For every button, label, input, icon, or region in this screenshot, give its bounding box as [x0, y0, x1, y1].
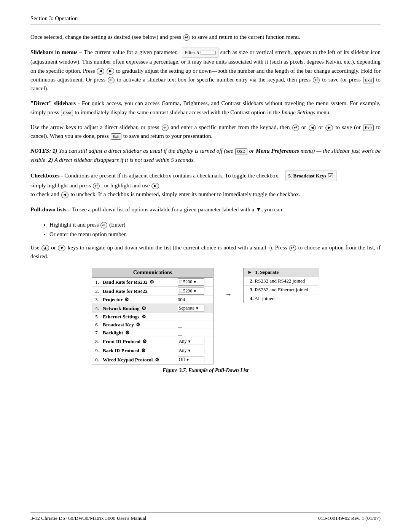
submenu-num: 3.: [250, 287, 254, 292]
figure-caption-text: Figure 3.7. Example of Pull-Down List: [162, 367, 249, 373]
arrow-text2: and enter a specific number from the key…: [171, 124, 292, 130]
submenu-num: 1.: [255, 269, 259, 275]
filter-box: Filter 5: [182, 48, 218, 58]
enter-icon5: ↵: [292, 125, 299, 131]
right-arrow-icon2: ►: [325, 125, 333, 131]
row-value: Any ▼: [175, 346, 213, 355]
table-row: 9. Back IR Protocol ⚙ Any ▼: [92, 346, 213, 355]
row-value: Separate ▼: [175, 304, 213, 313]
table-row: 6. Broadcast Key ⚙: [92, 321, 213, 329]
figure-caption: Figure 3.7. Example of Pull-Down List: [30, 367, 381, 374]
arrow-text1: Use the arrow keys to adjust a direct sl…: [30, 124, 161, 130]
intro-text: Once selected, change the setting as des…: [30, 34, 181, 40]
row-num: 9.: [92, 346, 100, 355]
row-value: [175, 321, 213, 329]
enter-icon3: ↵: [313, 77, 320, 84]
submenu-row-selected: ► 1. Separate: [244, 268, 319, 277]
comm-select[interactable]: 115200 ▼: [178, 288, 204, 295]
submenu-cell: ► 1. Separate: [244, 268, 319, 277]
row-num: 6.: [92, 321, 100, 329]
gear-icon: ⚙: [142, 339, 147, 344]
table-row: 3. Projector ⚙ 004: [92, 296, 213, 304]
broadcast-keys-label: 5. Broadcast Keys: [288, 172, 327, 180]
filter-bar: [201, 51, 216, 54]
gear-icon: ⚙: [136, 322, 140, 328]
comm-select[interactable]: Off ▼: [178, 356, 204, 363]
navigate-text1: Use: [30, 244, 41, 251]
filter-value: 5: [196, 49, 199, 56]
arrow-text7: to save and return to your presentation.: [123, 133, 213, 139]
checkboxes-text3: , or highlight and use: [101, 182, 151, 189]
arrow-text5: to save (or: [335, 124, 362, 130]
row-value: 115200 ▼: [175, 287, 213, 296]
comm-select[interactable]: 115200 ▼: [178, 278, 204, 286]
dropdown-arrow: ▼: [195, 306, 199, 310]
submenu-num: 4.: [250, 296, 254, 301]
bullet1-end: (Enter): [109, 222, 125, 228]
direct-text2: to immediately display the same contrast…: [75, 109, 331, 115]
dropdown-arrow: ▼: [186, 358, 190, 362]
comm-checkbox: [178, 331, 182, 335]
table-row: 1. Baud Rate for RS232 ⚙ 115200 ▼: [92, 278, 213, 287]
intro-paragraph: Once selected, change the setting as des…: [30, 33, 381, 42]
arrow-connector: →: [225, 291, 232, 299]
exit-icon2: Exit: [363, 125, 374, 131]
page-header: Section 3: Operation: [30, 15, 381, 24]
row-value: 004: [175, 296, 213, 304]
checkboxes-text5: to uncheck. If a checkbox is numbered, s…: [70, 191, 300, 197]
submenu-label: All joined: [255, 296, 274, 301]
checkboxes-text4: to check and: [30, 191, 61, 197]
footer-left: 3-12 Christie DS+60/DW30/Matrix 3000 Use…: [30, 515, 146, 521]
direct-paragraph: "Direct" slidebars - For quick access, y…: [30, 99, 381, 117]
submenu-arrow: ►: [247, 269, 252, 275]
bullet-item-2: Or enter the menu option number.: [49, 230, 381, 240]
bullet2-text: Or enter the menu option number.: [49, 231, 127, 237]
navigate-text3: keys to navigate up and down within the …: [68, 244, 289, 251]
comm-select[interactable]: Any ▼: [178, 338, 204, 345]
row-label: Ethernet Settings ⚙: [100, 313, 175, 321]
submenu-cell: 2. RS232 and RS422 joined: [244, 277, 319, 286]
row-value: Off ▼: [175, 355, 213, 364]
table-row: 8. Front IR Protocol ⚙ Any ▼: [92, 337, 213, 346]
submenu-num: 2.: [250, 278, 254, 284]
comm-select[interactable]: Any ▼: [178, 347, 204, 354]
comm-select[interactable]: Separate ▼: [178, 305, 204, 312]
row-num: 5.: [92, 313, 100, 321]
left-arrow-icon3: ◄: [61, 192, 69, 198]
dropdown-arrow: ▼: [187, 348, 191, 353]
pulldown-paragraph: Pull-down lists – To see a pull-down lis…: [30, 205, 381, 214]
enter-icon7: ↵: [100, 222, 107, 229]
navigate-paragraph: Use ▲ or ▼ keys to navigate up and down …: [30, 243, 381, 261]
checkboxes-paragraph: Checkboxes - Conditions are present if i…: [30, 171, 381, 199]
pulldown-title: Pull-down lists –: [30, 206, 71, 212]
row-value: [175, 313, 213, 321]
submenu-row: 3. RS232 and Ethernet joined: [244, 286, 319, 294]
row-num: 2.: [92, 287, 100, 296]
comm-table-wrapper: Communications 1. Baud Rate for RS232 ⚙ …: [92, 268, 213, 364]
enter-icon4: ↵: [162, 125, 169, 131]
gear-icon: ⚙: [124, 297, 129, 302]
gear-icon: ⚙: [141, 348, 146, 353]
submenu-cell: 3. RS232 and Ethernet joined: [244, 286, 319, 294]
gear-icon: ⚙: [155, 357, 159, 363]
submenu-row: 4. All joined: [244, 294, 319, 303]
dropdown-arrow: ▼: [193, 280, 197, 284]
row-num: 0.: [92, 355, 100, 364]
page-container: Section 3: Operation Once selected, chan…: [0, 0, 411, 532]
submenu-label: Separate: [260, 269, 279, 275]
right-arrow-icon: ►: [107, 68, 114, 75]
intro-end-text: to save and return to the current functi…: [192, 34, 300, 40]
left-arrow-icon2: ◄: [309, 125, 316, 131]
pulldown-text: To see a pull-down list of options avail…: [72, 206, 284, 212]
bullet1-text: Highlight it and press: [49, 222, 100, 228]
filter-label: Filter: [185, 49, 195, 56]
section-label: Section 3: Operation: [30, 15, 78, 22]
gear-icon: ⚙: [125, 330, 130, 335]
exit-icon3: Exit: [111, 133, 121, 140]
up-arrow-icon: ▲: [41, 245, 49, 252]
broadcast-keys-box: 5. Broadcast Keys ✓: [285, 171, 337, 181]
gear-icon: ⚙: [142, 305, 146, 311]
arrow-text3: or: [301, 124, 308, 130]
dropdown-arrow: ▼: [193, 289, 197, 293]
submenu-cell: 4. All joined: [244, 294, 319, 303]
